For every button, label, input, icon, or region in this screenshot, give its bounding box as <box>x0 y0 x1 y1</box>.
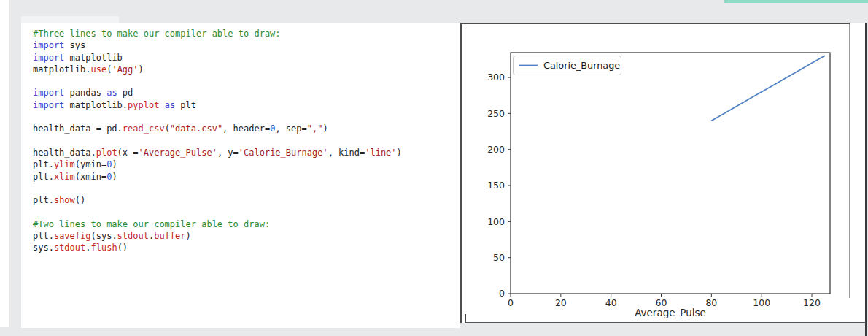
code-token: ) <box>186 231 191 241</box>
code-token: ) <box>112 172 117 182</box>
code-token: #Three lines to make our compiler able t… <box>33 28 281 39</box>
code-token: read_csv <box>123 123 165 134</box>
code-line: import matplotlib.pyplot as plt <box>33 99 457 111</box>
code-token: 'Average_Pulse' <box>139 148 217 158</box>
code-token: ( <box>165 123 170 134</box>
x-tick-label: 0 <box>508 297 514 308</box>
legend-label: Calorie_Burnage <box>543 60 620 71</box>
code-token: matplotlib <box>64 53 122 63</box>
code-token: health_data. <box>33 148 96 158</box>
code-token: plt. <box>33 159 54 169</box>
run-button-bottom-edge[interactable] <box>724 0 868 3</box>
y-tick-label: 50 <box>493 252 505 263</box>
editor-tab-highlight <box>21 16 119 23</box>
code-token: , kind= <box>328 148 365 158</box>
code-token: plt. <box>33 195 54 205</box>
code-token: import <box>33 100 64 110</box>
code-token: 'Calorie_Burnage' <box>239 148 328 158</box>
code-line: import pandas as pd <box>33 87 457 99</box>
code-token: pd <box>117 88 133 98</box>
code-token: plt <box>175 100 196 110</box>
code-token: ) <box>112 159 117 169</box>
code-line: plt.show() <box>33 194 457 206</box>
code-token: plt. <box>33 172 54 182</box>
code-token: pandas <box>64 88 106 98</box>
text-cursor-artifact <box>465 314 466 322</box>
code-token: (x = <box>117 148 139 158</box>
code-token: health_data = pd. <box>33 123 123 134</box>
code-token: xlim <box>54 172 75 182</box>
code-line <box>33 75 457 87</box>
x-tick-label: 120 <box>803 297 821 308</box>
page-left-margin <box>0 0 9 327</box>
viewport-right-border <box>865 23 867 336</box>
code-token: . <box>85 243 90 253</box>
code-token: ) <box>322 123 328 134</box>
code-token: as <box>165 100 175 110</box>
x-tick-label: 20 <box>555 297 567 308</box>
code-token: savefig <box>54 231 91 241</box>
code-line: plt.xlim(xmin=0) <box>33 171 457 183</box>
matplotlib-figure: 020406080100120050100150200250300Average… <box>462 24 848 321</box>
code-token <box>159 100 164 110</box>
code-line: #Two lines to make our compiler able to … <box>33 218 457 230</box>
code-token: () <box>117 243 128 253</box>
code-token: import <box>33 53 64 63</box>
x-tick-label: 100 <box>753 297 770 308</box>
code-token: use <box>90 64 106 75</box>
code-token: import <box>33 40 64 50</box>
code-token: ylim <box>54 159 75 169</box>
code-token: (xmin= <box>75 172 106 182</box>
code-area[interactable]: #Three lines to make our compiler able t… <box>33 28 457 325</box>
axes-box <box>511 53 830 294</box>
code-line: plt.ylim(ymin=0) <box>33 159 457 170</box>
code-token: stdout <box>117 231 149 241</box>
result-scrollbar-track[interactable] <box>850 23 866 321</box>
code-token: buffer <box>154 231 185 241</box>
code-line <box>33 111 457 123</box>
code-token: "data.csv" <box>170 123 222 134</box>
code-token: "," <box>307 123 323 134</box>
code-token: 'Agg' <box>112 64 138 75</box>
code-token: (sys. <box>90 231 117 241</box>
code-line: #Three lines to make our compiler able t… <box>33 28 457 39</box>
tryit-editor-page: { "page": { "background": "#e8e9eb", "ru… <box>0 0 868 336</box>
code-line: matplotlib.use('Agg') <box>33 64 457 75</box>
code-token: sys <box>64 40 85 50</box>
x-axis-label: Average_Pulse <box>635 307 706 318</box>
y-tick-label: 300 <box>487 72 505 83</box>
code-line: health_data.plot(x ='Average_Pulse', y='… <box>33 147 457 159</box>
code-token: matplotlib. <box>64 100 128 110</box>
code-line <box>33 183 457 194</box>
code-token: ) <box>397 148 402 158</box>
code-token: #Two lines to make our compiler able to … <box>33 219 270 229</box>
x-tick-label: 40 <box>605 297 617 308</box>
code-token: , y= <box>217 148 239 158</box>
code-token: ) <box>139 64 144 75</box>
code-line: import sys <box>33 39 457 51</box>
y-tick-label: 200 <box>487 144 505 155</box>
code-token: import <box>33 88 64 98</box>
result-panel: 020406080100120050100150200250300Average… <box>460 23 866 323</box>
x-tick-label: 80 <box>705 297 717 308</box>
code-token: plt. <box>33 231 54 241</box>
result-scrollbar-separator <box>849 24 850 298</box>
code-token: () <box>75 195 85 205</box>
code-line: sys.stdout.flush() <box>33 242 457 253</box>
code-line <box>33 135 457 147</box>
code-token: as <box>106 88 117 98</box>
code-line <box>33 206 457 218</box>
code-line: health_data = pd.read_csv("data.csv", he… <box>33 123 457 134</box>
result-bottom-rule <box>465 322 866 323</box>
y-tick-label: 0 <box>499 288 505 299</box>
code-editor-panel[interactable]: #Three lines to make our compiler able t… <box>21 23 460 328</box>
code-line: plt.savefig(sys.stdout.buffer) <box>33 230 457 242</box>
code-line: import matplotlib <box>33 52 457 64</box>
y-tick-label: 100 <box>487 216 505 227</box>
code-token: plot <box>96 148 117 158</box>
data-line <box>711 56 824 121</box>
code-token: (ymin= <box>75 159 106 169</box>
code-token: stdout <box>54 243 85 253</box>
code-token: , header= <box>222 123 270 134</box>
code-token: 'line' <box>365 148 396 158</box>
